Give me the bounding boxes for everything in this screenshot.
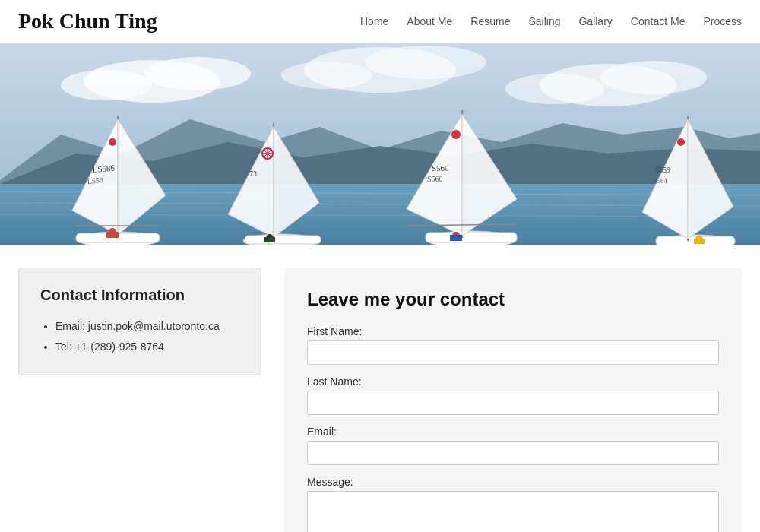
svg-point-8 [600,61,707,94]
email-group: Email: [307,426,719,465]
first-name-input[interactable] [307,340,719,365]
first-name-group: First Name: [307,325,719,365]
email-label: Email: [307,426,719,438]
nav-about-me[interactable]: About Me [407,15,452,27]
contact-tel: Tel: +1-(289)-925-8764 [55,337,239,357]
last-name-label: Last Name: [307,375,719,388]
hero-image: LS586 L556 73 S560 S560 [0,43,760,245]
svg-point-23 [109,138,116,146]
site-title: Pok Chun Ting [18,9,157,33]
svg-text:S560: S560 [432,163,449,173]
nav-resume[interactable]: Resume [470,15,510,27]
svg-rect-40 [264,237,275,242]
contact-email: Email: justin.pok@mail.utoronto.ca [55,316,239,337]
contact-form-heading: Leave me your contact [307,289,719,310]
svg-text:73: 73 [249,169,257,178]
contact-info-card: Contact Information Email: justin.pok@ma… [18,268,261,375]
svg-rect-26 [106,232,119,238]
svg-point-59 [677,138,685,146]
nav-contact-me[interactable]: Contact Me [631,15,686,27]
svg-point-9 [505,74,604,104]
contact-info-heading: Contact Information [40,287,239,304]
message-label: Message: [307,476,719,488]
message-group: Message: [307,476,719,532]
svg-text:5564: 5564 [654,177,668,185]
nav-gallary[interactable]: Gallary [578,15,612,27]
svg-rect-61 [694,239,705,244]
contact-form-section: Leave me your contact First Name: Last N… [284,268,742,532]
svg-text:5559: 5559 [655,166,670,174]
svg-rect-42 [426,233,517,242]
svg-point-6 [281,62,372,89]
svg-point-2 [144,57,251,90]
email-input[interactable] [307,441,719,465]
svg-point-5 [365,46,486,79]
svg-text:S560: S560 [427,175,443,183]
nav-process[interactable]: Process [703,15,742,27]
first-name-label: First Name: [307,325,719,337]
nav-sailing[interactable]: Sailing [528,15,560,27]
main-nav: Home About Me Resume Sailing Gallary Con… [360,15,742,27]
svg-point-48 [451,130,461,139]
last-name-input[interactable] [307,391,719,415]
svg-text:L556: L556 [87,176,103,185]
svg-rect-51 [450,235,462,241]
contact-info-list: Email: justin.pok@mail.utoronto.ca Tel: … [40,316,239,356]
svg-rect-28 [245,236,321,244]
message-textarea[interactable] [307,491,719,532]
nav-home[interactable]: Home [360,15,388,27]
svg-point-3 [61,70,152,100]
content-area: Contact Information Email: justin.pok@ma… [0,245,760,532]
last-name-group: Last Name: [307,375,719,415]
